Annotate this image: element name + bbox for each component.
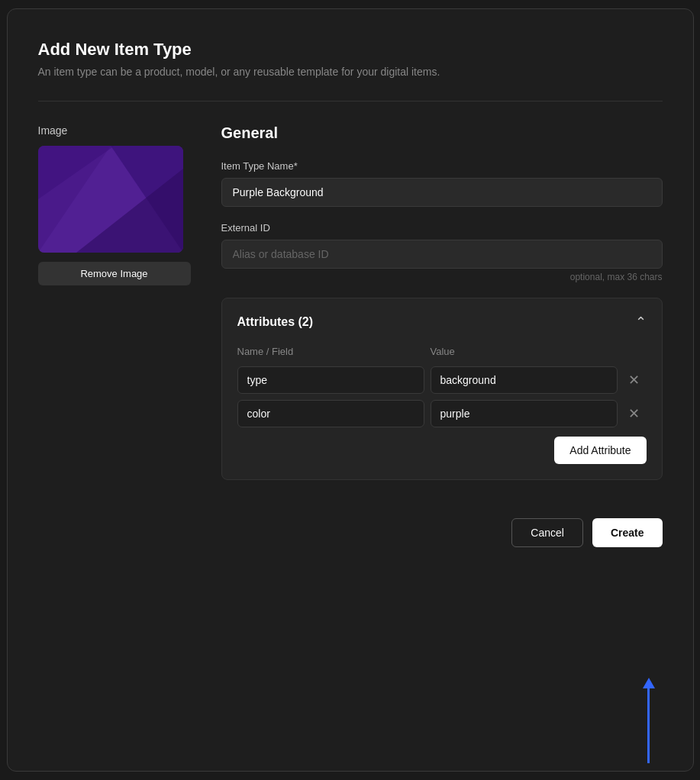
preview-image: [38, 146, 183, 253]
image-label: Image: [38, 124, 191, 137]
attribute-row: ✕: [237, 366, 647, 394]
item-type-name-group: Item Type Name*: [221, 160, 663, 207]
remove-attribute-button-1[interactable]: ✕: [624, 369, 645, 391]
item-type-name-input[interactable]: [221, 178, 663, 207]
form-section: General Item Type Name* External ID opti…: [221, 124, 663, 480]
remove-attribute-button-2[interactable]: ✕: [624, 403, 645, 424]
add-attribute-row: Add Attribute: [237, 437, 647, 464]
attribute-name-input-2[interactable]: [237, 400, 424, 427]
attribute-value-input-1[interactable]: [431, 366, 618, 394]
attribute-name-input-1[interactable]: [237, 366, 424, 394]
modal-subtitle: An item type can be a product, model, or…: [38, 66, 663, 78]
divider: [38, 101, 663, 102]
footer-actions: Cancel Create: [38, 518, 663, 562]
attributes-panel: Attributes (2) ⌃ Name / Field Value ✕: [221, 298, 663, 480]
external-id-hint: optional, max 36 chars: [221, 272, 663, 282]
modal-title: Add New Item Type: [38, 40, 663, 60]
chevron-up-icon: ⌃: [635, 314, 647, 330]
attributes-header: Attributes (2) ⌃: [237, 314, 647, 330]
arrow-indicator: [643, 678, 655, 763]
external-id-label: External ID: [221, 222, 663, 234]
attributes-title: Attributes (2): [237, 315, 314, 329]
attributes-column-headers: Name / Field Value: [237, 346, 647, 360]
attribute-value-input-2[interactable]: [431, 400, 618, 427]
image-preview: [38, 146, 183, 253]
general-title: General: [221, 124, 663, 142]
external-id-input[interactable]: [221, 240, 663, 269]
image-section: Image Remove Image: [38, 124, 191, 285]
external-id-group: External ID optional, max 36 chars: [221, 222, 663, 282]
collapse-attributes-button[interactable]: ⌃: [635, 314, 647, 330]
add-attribute-button[interactable]: Add Attribute: [554, 437, 646, 464]
cancel-button[interactable]: Cancel: [511, 518, 583, 547]
content-row: Image Remove Image General: [38, 124, 663, 480]
attribute-row: ✕: [237, 400, 647, 427]
arrow-shaft-icon: [647, 687, 650, 763]
close-icon: ✕: [628, 372, 640, 388]
name-field-column-header: Name / Field: [237, 346, 424, 357]
add-item-type-modal: Add New Item Type An item type can be a …: [7, 8, 694, 772]
remove-image-button[interactable]: Remove Image: [38, 262, 191, 285]
close-icon: ✕: [628, 405, 640, 422]
create-button[interactable]: Create: [592, 518, 663, 547]
item-type-name-label: Item Type Name*: [221, 160, 663, 172]
value-column-header: Value: [431, 346, 618, 357]
